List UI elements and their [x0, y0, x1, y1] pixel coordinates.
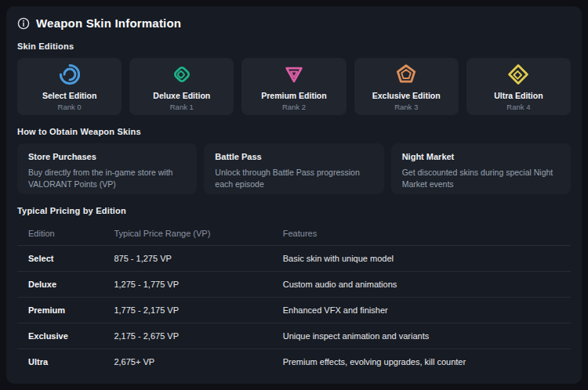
obtain-card-store-purchases: Store Purchases Buy directly from the in…: [17, 143, 197, 194]
table-row: Deluxe 1,275 - 1,775 VP Custom audio and…: [17, 272, 571, 298]
edition-rank: Rank 2: [282, 103, 306, 111]
features-cell: Basic skin with unique model: [272, 246, 571, 272]
edition-rank: Rank 1: [170, 103, 194, 111]
edition-cell: Ultra: [17, 349, 103, 375]
features-cell: Premium effects, evolving upgrades, kill…: [272, 349, 571, 375]
features-cell: Enhanced VFX and finisher: [272, 298, 571, 323]
section-title-pricing: Typical Pricing by Edition: [17, 206, 571, 215]
obtain-card-description: Get discounted skins during special Nigh…: [402, 167, 560, 190]
edition-card-ultra: Ultra Edition Rank 4: [466, 58, 571, 115]
section-title-skin-editions: Skin Editions: [17, 42, 571, 51]
edition-rank: Rank 0: [58, 103, 82, 111]
edition-cell: Select: [17, 246, 103, 272]
price-cell: 2,175 - 2,675 VP: [103, 323, 271, 349]
edition-title: Ultra Edition: [494, 91, 543, 100]
edition-cell: Exclusive: [17, 323, 103, 349]
edition-card-grid: Select Edition Rank 0 Deluxe Edition Ran…: [17, 58, 571, 115]
edition-card-deluxe: Deluxe Edition Rank 1: [129, 58, 234, 115]
edition-card-select: Select Edition Rank 0: [17, 58, 122, 115]
pricing-table: Edition Typical Price Range (VP) Feature…: [17, 222, 571, 374]
edition-cell: Premium: [17, 298, 103, 323]
deluxe-diamond-icon: [170, 63, 194, 91]
obtain-card-title: Night Market: [402, 152, 560, 161]
obtain-card-title: Store Purchases: [28, 152, 186, 161]
ultra-diamond-icon: [506, 63, 530, 91]
edition-title: Select Edition: [42, 91, 96, 100]
page-title: Weapon Skin Information: [36, 16, 181, 30]
edition-title: Deluxe Edition: [153, 91, 210, 100]
edition-rank: Rank 3: [394, 103, 418, 111]
select-swirl-icon: [58, 63, 82, 91]
edition-rank: Rank 4: [506, 103, 530, 111]
column-header-price-range: Typical Price Range (VP): [103, 222, 271, 246]
weapon-skin-info-panel: Weapon Skin Information Skin Editions Se…: [6, 6, 582, 384]
price-cell: 1,775 - 2,175 VP: [103, 298, 271, 323]
obtain-card-grid: Store Purchases Buy directly from the in…: [17, 143, 571, 194]
column-header-features: Features: [272, 222, 571, 246]
table-row: Ultra 2,675+ VP Premium effects, evolvin…: [17, 349, 571, 375]
edition-cell: Deluxe: [17, 272, 103, 298]
panel-header: Weapon Skin Information: [17, 16, 571, 30]
obtain-card-title: Battle Pass: [215, 152, 372, 161]
edition-title: Premium Edition: [261, 91, 326, 100]
info-icon: [17, 17, 30, 30]
section-title-obtain: How to Obtain Weapon Skins: [17, 127, 571, 136]
features-cell: Custom audio and animations: [272, 272, 571, 298]
features-cell: Unique inspect animation and variants: [272, 323, 571, 349]
edition-title: Exclusive Edition: [372, 91, 441, 100]
table-row: Premium 1,775 - 2,175 VP Enhanced VFX an…: [17, 298, 571, 323]
table-row: Exclusive 2,175 - 2,675 VP Unique inspec…: [17, 323, 571, 349]
column-header-edition: Edition: [17, 222, 103, 246]
table-header-row: Edition Typical Price Range (VP) Feature…: [17, 222, 571, 246]
edition-card-premium: Premium Edition Rank 2: [241, 58, 346, 115]
price-cell: 875 - 1,275 VP: [103, 246, 271, 272]
table-row: Select 875 - 1,275 VP Basic skin with un…: [17, 246, 571, 272]
edition-card-exclusive: Exclusive Edition Rank 3: [354, 58, 459, 115]
exclusive-pentagon-icon: [394, 63, 418, 91]
obtain-card-description: Unlock through Battle Pass progression e…: [215, 167, 372, 190]
obtain-card-battle-pass: Battle Pass Unlock through Battle Pass p…: [204, 143, 383, 194]
price-cell: 2,675+ VP: [103, 349, 271, 375]
price-cell: 1,275 - 1,775 VP: [103, 272, 271, 298]
obtain-card-night-market: Night Market Get discounted skins during…: [391, 143, 571, 194]
premium-triangle-icon: [282, 63, 306, 91]
obtain-card-description: Buy directly from the in-game store with…: [28, 167, 186, 190]
